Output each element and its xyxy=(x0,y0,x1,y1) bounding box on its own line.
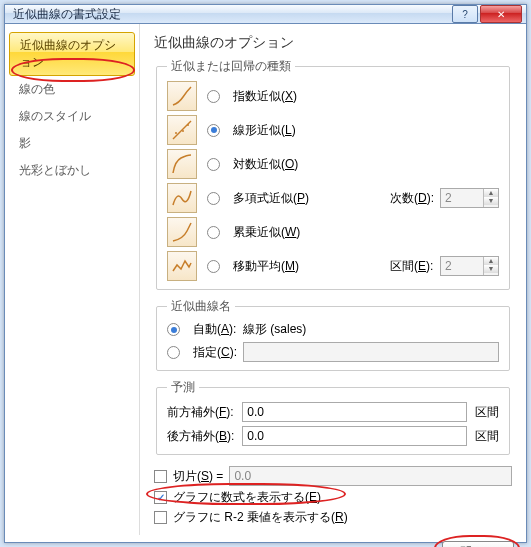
thumb-logarithmic-icon xyxy=(167,149,197,179)
forward-input[interactable] xyxy=(242,402,467,422)
thumb-linear-icon xyxy=(167,115,197,145)
svg-point-1 xyxy=(175,132,177,134)
name-auto-value: 線形 (sales) xyxy=(243,321,499,338)
options-area: 切片(S) = グラフに数式を表示する(E) グラフに R-2 乗値を表示する(… xyxy=(154,463,512,529)
help-button[interactable]: ? xyxy=(452,5,478,23)
close-window-button[interactable]: ✕ xyxy=(480,5,522,23)
radio-logarithmic[interactable] xyxy=(207,158,220,171)
name-custom-input[interactable] xyxy=(243,342,499,362)
thumb-power-icon xyxy=(167,217,197,247)
group-trend-type: 近似または回帰の種類 指数近似(X) 線形近似(L) 対数近似(O) xyxy=(156,58,510,290)
dialog-trendline-format: 近似曲線の書式設定 ? ✕ 近似曲線のオプション 線の色 線のスタイル 影 光彩… xyxy=(4,4,527,543)
label-polynomial: 多項式近似(P) xyxy=(233,190,384,207)
group-forecast: 予測 前方補外(F): 区間 後方補外(B): 区間 xyxy=(156,379,510,455)
radio-name-custom[interactable] xyxy=(167,346,180,359)
label-name-auto: 自動(A): xyxy=(193,321,237,338)
radio-polynomial[interactable] xyxy=(207,192,220,205)
label-show-r2: グラフに R-2 乗値を表示する(R) xyxy=(173,509,348,526)
label-span: 区間(E): xyxy=(390,258,434,275)
sidebar: 近似曲線のオプション 線の色 線のスタイル 影 光彩とぼかし xyxy=(5,24,140,535)
unit-forward: 区間 xyxy=(475,404,499,421)
thumb-moving-average-icon xyxy=(167,251,197,281)
radio-linear[interactable] xyxy=(207,124,220,137)
check-show-r2[interactable] xyxy=(154,511,167,524)
sidebar-item-line-style[interactable]: 線のスタイル xyxy=(5,103,139,130)
window-title: 近似曲線の書式設定 xyxy=(13,6,452,23)
radio-moving-average[interactable] xyxy=(207,260,220,273)
label-backward: 後方補外(B): xyxy=(167,428,234,445)
close-button[interactable]: 閉じる xyxy=(442,541,514,547)
footer: 閉じる xyxy=(5,535,526,547)
sidebar-item-glow[interactable]: 光彩とぼかし xyxy=(5,157,139,184)
label-linear: 線形近似(L) xyxy=(233,122,384,139)
unit-backward: 区間 xyxy=(475,428,499,445)
group-trend-type-legend: 近似または回帰の種類 xyxy=(167,58,295,75)
main-panel: 近似曲線のオプション 近似または回帰の種類 指数近似(X) 線形近似(L) xyxy=(140,24,526,535)
label-logarithmic: 対数近似(O) xyxy=(233,156,384,173)
radio-power[interactable] xyxy=(207,226,220,239)
label-forward: 前方補外(F): xyxy=(167,404,234,421)
svg-point-2 xyxy=(182,130,184,132)
label-name-custom: 指定(C): xyxy=(193,344,237,361)
sidebar-item-shadow[interactable]: 影 xyxy=(5,130,139,157)
sidebar-item-line-color[interactable]: 線の色 xyxy=(5,76,139,103)
label-show-equation: グラフに数式を表示する(E) xyxy=(173,489,321,506)
titlebar: 近似曲線の書式設定 ? ✕ xyxy=(5,5,526,24)
page-title: 近似曲線のオプション xyxy=(154,34,512,52)
sidebar-item-trendline-options[interactable]: 近似曲線のオプション xyxy=(9,32,135,76)
label-exponential: 指数近似(X) xyxy=(233,88,384,105)
span-input xyxy=(441,257,483,275)
label-moving-average: 移動平均(M) xyxy=(233,258,384,275)
label-order: 次数(D): xyxy=(390,190,434,207)
backward-input[interactable] xyxy=(242,426,467,446)
span-stepper[interactable]: ▲▼ xyxy=(440,256,499,276)
thumb-polynomial-icon xyxy=(167,183,197,213)
order-stepper[interactable]: ▲▼ xyxy=(440,188,499,208)
svg-line-0 xyxy=(173,121,191,139)
check-show-equation[interactable] xyxy=(154,491,167,504)
radio-name-auto[interactable] xyxy=(167,323,180,336)
stepper-down-icon[interactable]: ▼ xyxy=(484,265,498,273)
dialog-body: 近似曲線のオプション 線の色 線のスタイル 影 光彩とぼかし 近似曲線のオプショ… xyxy=(5,24,526,535)
radio-exponential[interactable] xyxy=(207,90,220,103)
check-intercept[interactable] xyxy=(154,470,167,483)
stepper-up-icon[interactable]: ▲ xyxy=(484,189,498,197)
group-trendline-name-legend: 近似曲線名 xyxy=(167,298,235,315)
label-intercept: 切片(S) = xyxy=(173,468,223,485)
svg-point-3 xyxy=(187,124,189,126)
intercept-input[interactable] xyxy=(229,466,512,486)
group-trendline-name: 近似曲線名 自動(A): 線形 (sales) 指定(C): xyxy=(156,298,510,371)
window-controls: ? ✕ xyxy=(452,5,522,23)
thumb-exponential-icon xyxy=(167,81,197,111)
stepper-down-icon[interactable]: ▼ xyxy=(484,197,498,205)
order-input xyxy=(441,189,483,207)
group-forecast-legend: 予測 xyxy=(167,379,199,396)
stepper-up-icon[interactable]: ▲ xyxy=(484,257,498,265)
label-power: 累乗近似(W) xyxy=(233,224,384,241)
